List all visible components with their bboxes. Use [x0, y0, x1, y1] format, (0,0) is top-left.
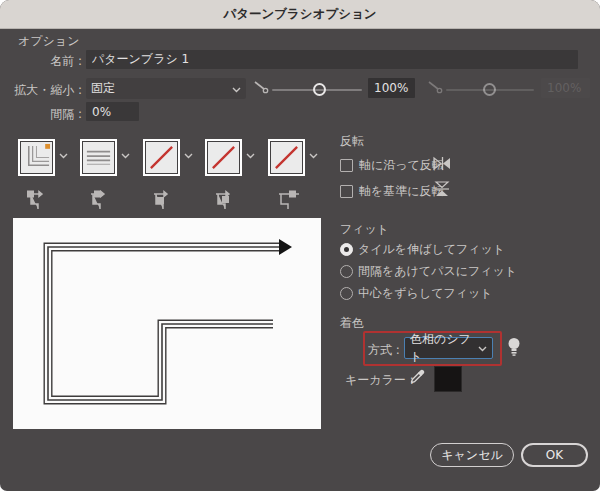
brush-preview-panel	[13, 218, 321, 429]
start-tile-chevron[interactable]	[244, 149, 256, 163]
brush-preview-path	[13, 218, 321, 429]
slider-fixed-icon-secondary	[427, 80, 443, 97]
colorization-tips-lightbulb-icon[interactable]	[507, 337, 521, 359]
chevron-down-icon	[232, 82, 241, 96]
flip-section-label: 反転	[340, 133, 364, 150]
scale-slider-handle-secondary	[483, 83, 496, 96]
flip-across-checkbox[interactable]	[340, 185, 353, 198]
start-tile-button[interactable]	[205, 139, 242, 176]
name-label: 名前 :	[0, 53, 82, 70]
corner-marker-orange	[45, 144, 50, 149]
fit-radio-stretch-label: タイルを伸ばしてフィット	[358, 241, 505, 258]
fit-radio-stretch[interactable]	[340, 243, 353, 256]
scale-percent-input-secondary	[541, 78, 590, 98]
chevron-down-icon	[478, 341, 487, 355]
outer-corner-tile-chevron[interactable]	[57, 149, 69, 163]
flip-across-icon	[434, 180, 450, 201]
fit-radio-add-space[interactable]	[340, 265, 353, 278]
slider-fixed-icon	[253, 80, 269, 97]
scale-select[interactable]: 固定	[86, 78, 246, 99]
pattern-brush-options-dialog: パターンブラシオプション オプション 名前 : 拡大・縮小 : 固定 間隔 :	[0, 0, 600, 491]
spacing-input[interactable]	[86, 102, 139, 121]
method-select[interactable]: 色相のシフト	[404, 337, 493, 359]
side-tile-button[interactable]	[80, 139, 117, 176]
side-position-icon	[86, 188, 112, 215]
fit-radio-approximate-label: 中心をずらしてフィット	[358, 285, 493, 302]
outer-corner-tile-button[interactable]	[18, 139, 55, 176]
side-tile-chevron[interactable]	[119, 149, 131, 163]
method-select-value: 色相のシフト	[410, 331, 478, 365]
outer-corner-position-icon	[24, 188, 50, 215]
scale-label: 拡大・縮小 :	[0, 82, 82, 99]
end-tile-chevron[interactable]	[307, 149, 319, 163]
inner-corner-tile-button[interactable]	[143, 139, 180, 176]
flip-along-icon	[432, 156, 452, 174]
none-slash-thumbnail	[145, 141, 178, 174]
path-direction-arrowhead	[279, 239, 292, 255]
method-label: 方式 :	[368, 342, 400, 359]
end-position-icon	[274, 188, 300, 215]
eyedropper-icon[interactable]	[409, 368, 426, 388]
spacing-label: 間隔 :	[0, 106, 82, 123]
end-tile-button[interactable]	[268, 139, 305, 176]
corner-pattern-thumbnail	[20, 141, 53, 174]
none-slash-thumbnail	[270, 141, 303, 174]
key-color-swatch[interactable]	[434, 366, 462, 392]
options-section-label: オプション	[18, 33, 79, 50]
dialog-title: パターンブラシオプション	[223, 6, 376, 23]
dialog-titlebar[interactable]: パターンブラシオプション	[0, 0, 600, 29]
flip-across-label: 軸を基準に反転	[359, 183, 444, 200]
inner-corner-position-icon	[149, 188, 175, 215]
flip-along-checkbox[interactable]	[340, 159, 353, 172]
key-color-label: キーカラー :	[345, 372, 414, 389]
ok-button[interactable]: OK	[521, 443, 588, 467]
lines-pattern-thumbnail	[82, 141, 115, 174]
fit-radio-add-space-label: 間隔をあけてパスにフィット	[358, 263, 517, 280]
start-position-icon	[211, 188, 237, 215]
none-slash-thumbnail	[207, 141, 240, 174]
scale-slider-handle[interactable]	[313, 83, 326, 96]
inner-corner-tile-chevron[interactable]	[182, 149, 194, 163]
scale-percent-input[interactable]	[368, 78, 415, 98]
colorization-section-label: 着色	[340, 315, 364, 332]
cancel-button[interactable]: キャンセル	[430, 443, 514, 467]
fit-radio-approximate[interactable]	[340, 287, 353, 300]
scale-select-value: 固定	[91, 80, 115, 97]
fit-section-label: フィット	[340, 221, 389, 238]
name-input[interactable]	[86, 50, 578, 69]
